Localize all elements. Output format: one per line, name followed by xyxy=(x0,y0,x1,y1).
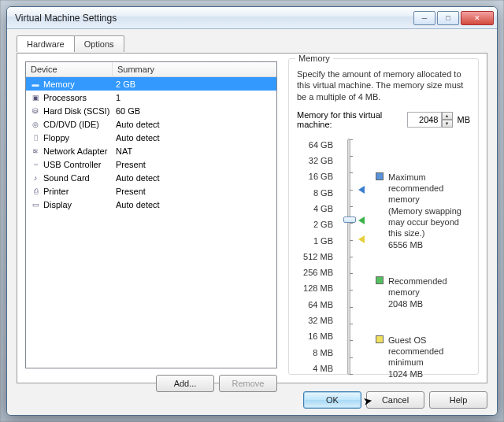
device-row[interactable]: ▣Processors1 xyxy=(26,91,276,104)
device-row[interactable]: ⎙PrinterPresent xyxy=(26,184,276,198)
device-row[interactable]: ≋Network AdapterNAT xyxy=(26,144,276,157)
memory-spinner[interactable]: ▲ ▼ xyxy=(407,112,453,128)
tabstrip: Hardware Options xyxy=(17,35,124,52)
swatch-yellow-icon xyxy=(376,335,384,343)
device-icon: ⎓ xyxy=(29,159,42,170)
device-summary: Present xyxy=(116,160,273,169)
cancel-button[interactable]: Cancel xyxy=(366,391,424,409)
tab-options[interactable]: Options xyxy=(74,35,124,52)
slider-thumb[interactable] xyxy=(343,217,356,223)
device-row[interactable]: ⛁Hard Disk (SCSI)60 GB xyxy=(26,104,276,117)
window-body: Hardware Options Device Summary ▬Memory2… xyxy=(7,29,497,415)
scale-label: 16 MB xyxy=(297,331,333,341)
scale-label: 256 MB xyxy=(297,268,333,277)
device-row[interactable]: ◎CD/DVD (IDE)Auto detect xyxy=(26,117,276,131)
scale-label: 32 GB xyxy=(297,156,333,165)
memory-legend: Maximum recommended memory (Memory swapp… xyxy=(365,139,470,375)
device-name: Display xyxy=(43,200,116,209)
add-button[interactable]: Add... xyxy=(156,375,214,392)
device-name: Network Adapter xyxy=(43,146,116,156)
settings-window: Virtual Machine Settings ─ □ ✕ Hardware … xyxy=(6,6,498,416)
device-summary: Auto detect xyxy=(116,133,273,143)
device-summary: 60 GB xyxy=(116,106,273,116)
device-row[interactable]: ⌷FloppyAuto detect xyxy=(26,131,276,144)
scale-label: 8 MB xyxy=(297,348,333,357)
tab-panel: Device Summary ▬Memory2 GB▣Processors1⛁H… xyxy=(17,53,487,383)
device-summary: NAT xyxy=(116,146,273,156)
help-button[interactable]: Help xyxy=(429,391,487,409)
device-name: Floppy xyxy=(43,133,116,143)
maximize-button[interactable]: □ xyxy=(437,11,459,25)
window-title: Virtual Machine Settings xyxy=(15,13,412,24)
device-icon: ▣ xyxy=(29,92,42,103)
memory-slider[interactable] xyxy=(339,139,358,375)
scale-label: 4 MB xyxy=(297,364,333,373)
scale-label: 128 MB xyxy=(297,283,333,293)
scale-label: 8 GB xyxy=(297,188,333,198)
scale-label: 64 MB xyxy=(297,300,333,309)
device-icon: ⎙ xyxy=(29,186,42,197)
scale-label: 4 GB xyxy=(297,204,333,213)
spin-down-icon[interactable]: ▼ xyxy=(442,120,453,128)
legend-min: Guest OS recommended minimum 1024 MB xyxy=(376,335,470,379)
device-list[interactable]: Device Summary ▬Memory2 GB▣Processors1⛁H… xyxy=(25,61,277,368)
device-name: CD/DVD (IDE) xyxy=(43,120,116,129)
legend-rec: Recommended memory 2048 MB xyxy=(376,276,470,309)
device-name: Printer xyxy=(43,187,116,196)
device-row[interactable]: ▭DisplayAuto detect xyxy=(26,198,276,211)
col-summary[interactable]: Summary xyxy=(113,62,276,76)
dialog-footer: OK Cancel Help xyxy=(303,391,487,409)
scale-label: 512 MB xyxy=(297,252,333,261)
legend-max: Maximum recommended memory (Memory swapp… xyxy=(376,172,470,250)
device-icon: ≋ xyxy=(29,146,42,157)
memory-group-label: Memory xyxy=(295,54,333,63)
col-device[interactable]: Device xyxy=(26,62,113,76)
marker-rec-icon xyxy=(358,217,365,224)
titlebar[interactable]: Virtual Machine Settings ─ □ ✕ xyxy=(7,7,497,29)
device-summary: Auto detect xyxy=(116,173,273,183)
device-name: Processors xyxy=(43,93,116,102)
memory-group: Memory Specify the amount of memory allo… xyxy=(288,58,479,375)
device-summary: 2 GB xyxy=(116,80,273,89)
device-pane: Device Summary ▬Memory2 GB▣Processors1⛁H… xyxy=(25,61,277,375)
memory-slider-area: 64 GB32 GB16 GB8 GB4 GB2 GB1 GB512 MB256… xyxy=(297,139,470,375)
device-name: Memory xyxy=(43,80,116,89)
device-list-header: Device Summary xyxy=(26,62,276,77)
swatch-green-icon xyxy=(376,276,384,284)
device-buttons: Add... Remove xyxy=(25,375,277,392)
scale-label: 1 GB xyxy=(297,236,333,246)
scale-label: 32 MB xyxy=(297,316,333,325)
minimize-button[interactable]: ─ xyxy=(413,11,435,25)
device-summary: Auto detect xyxy=(116,120,273,129)
ok-button[interactable]: OK xyxy=(303,391,361,409)
marker-max-icon xyxy=(358,186,365,194)
device-name: Hard Disk (SCSI) xyxy=(43,106,116,116)
device-icon: ⛁ xyxy=(29,106,42,117)
device-row[interactable]: ▬Memory2 GB xyxy=(26,77,276,91)
device-summary: 1 xyxy=(116,93,273,102)
tab-hardware[interactable]: Hardware xyxy=(17,35,75,52)
close-button[interactable]: ✕ xyxy=(461,11,494,25)
memory-pane: Memory Specify the amount of memory allo… xyxy=(288,58,479,375)
scale-label: 2 GB xyxy=(297,220,333,229)
device-icon: ⌷ xyxy=(29,132,42,143)
device-icon: ◎ xyxy=(29,119,42,130)
device-icon: ▭ xyxy=(29,199,42,210)
device-summary: Auto detect xyxy=(116,200,273,209)
memory-unit: MB xyxy=(458,115,471,124)
device-row[interactable]: ⎓USB ControllerPresent xyxy=(26,157,276,171)
device-name: Sound Card xyxy=(43,173,116,183)
memory-description: Specify the amount of memory allocated t… xyxy=(297,68,470,102)
memory-field-label: Memory for this virtual machine: xyxy=(297,110,402,129)
scale-label: 16 GB xyxy=(297,172,333,181)
scale-label: 64 GB xyxy=(297,140,333,150)
marker-min-icon xyxy=(358,235,365,243)
memory-input[interactable] xyxy=(407,112,442,128)
memory-input-row: Memory for this virtual machine: ▲ ▼ MB xyxy=(297,110,470,129)
device-icon: ♪ xyxy=(29,172,42,183)
device-summary: Present xyxy=(116,187,273,196)
device-row[interactable]: ♪Sound CardAuto detect xyxy=(26,171,276,184)
remove-button: Remove xyxy=(219,375,277,392)
memory-scale: 64 GB32 GB16 GB8 GB4 GB2 GB1 GB512 MB256… xyxy=(297,139,333,375)
spin-up-icon[interactable]: ▲ xyxy=(442,112,453,120)
